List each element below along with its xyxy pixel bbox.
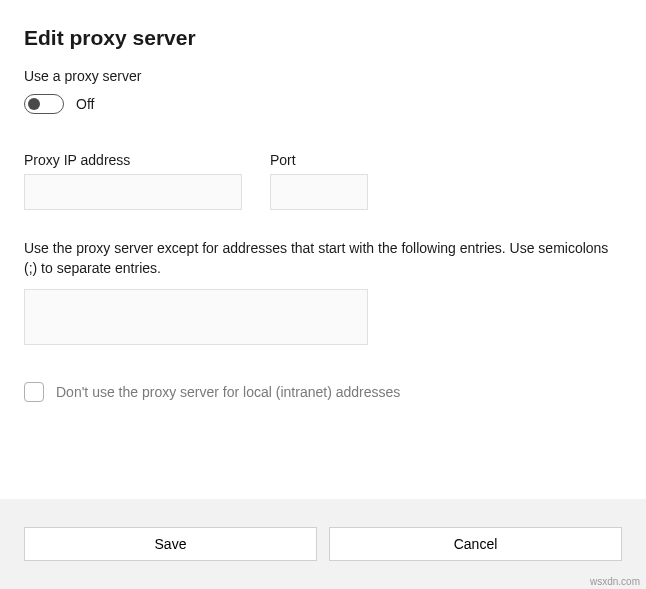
use-proxy-toggle[interactable] xyxy=(24,94,64,114)
port-input[interactable] xyxy=(270,174,368,210)
cancel-button[interactable]: Cancel xyxy=(329,527,622,561)
use-proxy-label: Use a proxy server xyxy=(24,68,622,84)
exceptions-description: Use the proxy server except for addresse… xyxy=(24,238,622,279)
proxy-ip-label: Proxy IP address xyxy=(24,152,242,168)
proxy-ip-input[interactable] xyxy=(24,174,242,210)
toggle-state-label: Off xyxy=(76,96,94,112)
bypass-local-checkbox[interactable] xyxy=(24,382,44,402)
bypass-local-label: Don't use the proxy server for local (in… xyxy=(56,384,400,400)
exceptions-input[interactable] xyxy=(24,289,368,345)
watermark-text: wsxdn.com xyxy=(590,576,640,587)
port-label: Port xyxy=(270,152,368,168)
button-bar: Save Cancel xyxy=(0,499,646,589)
save-button[interactable]: Save xyxy=(24,527,317,561)
toggle-knob-icon xyxy=(28,98,40,110)
dialog-title: Edit proxy server xyxy=(24,26,622,50)
